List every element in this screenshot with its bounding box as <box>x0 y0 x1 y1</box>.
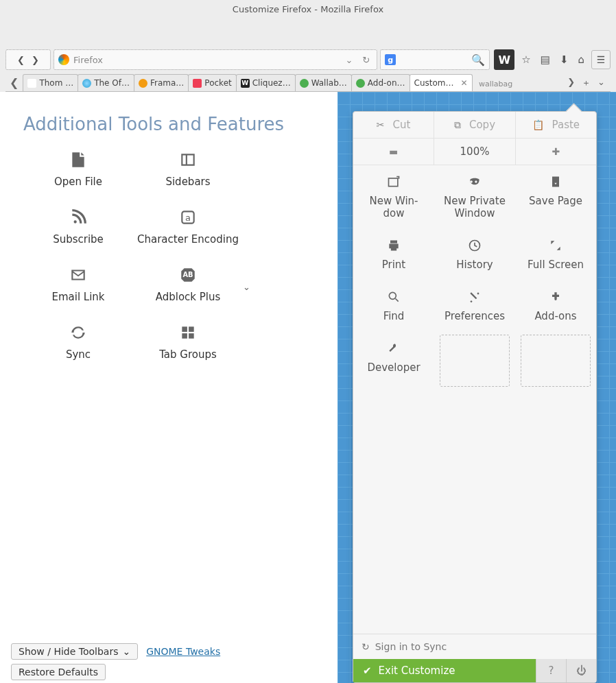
tab-scroll-left-icon[interactable]: ❮ <box>5 76 23 89</box>
sign-in-sync[interactable]: ↻Sign in to Sync <box>353 634 596 659</box>
url-dropdown-icon[interactable]: ⌄ <box>342 55 355 65</box>
tool-sidebars[interactable]: Sidebars <box>133 151 243 188</box>
tab-frama[interactable]: Frama… <box>134 74 189 91</box>
panel-print[interactable]: Print <box>353 229 434 280</box>
empty-slot[interactable] <box>440 335 510 387</box>
wallabag-overlay-label: wallabag <box>479 80 512 88</box>
svg-rect-5 <box>189 326 194 332</box>
forward-icon[interactable]: ❯ <box>32 55 39 65</box>
panel-developer[interactable]: Developer <box>353 332 434 390</box>
tool-adblock-plus[interactable]: ABAdblock Plus <box>133 266 243 303</box>
tool-char-encoding[interactable]: aCharacter Encoding <box>133 208 243 245</box>
tab-wallabag[interactable]: Wallab… <box>295 74 352 91</box>
developer-icon <box>387 342 401 359</box>
tab-official[interactable]: The Of… <box>78 74 134 91</box>
palette-heading: Additional Tools and Features <box>23 114 327 134</box>
hamburger-menu-icon[interactable]: ☰ <box>591 50 611 69</box>
back-icon[interactable]: ❮ <box>17 55 25 65</box>
star-icon[interactable]: ☆ <box>521 53 530 66</box>
window-titlebar: Customize Firefox - Mozilla Firefox <box>0 0 616 19</box>
cut-icon: ✂ <box>377 119 385 130</box>
zoom-in-button[interactable]: ✚ <box>516 139 596 165</box>
restore-defaults-button[interactable]: Restore Defaults <box>11 664 106 680</box>
check-icon: ✔ <box>363 664 372 677</box>
minus-icon: ▬ <box>389 146 398 157</box>
print-icon <box>387 239 401 256</box>
url-bar[interactable]: Firefox ⌄ ↻ <box>54 49 377 70</box>
copy-button[interactable]: ⧉Copy <box>434 112 515 138</box>
email-icon <box>23 266 133 285</box>
sidebars-icon <box>133 151 243 170</box>
reload-icon[interactable]: ↻ <box>359 55 372 65</box>
tab-scroll-right-icon[interactable]: ❯ <box>567 77 575 89</box>
tab-thom[interactable]: Thom … <box>23 74 78 91</box>
help-icon: ? <box>549 664 554 677</box>
tool-tab-groups[interactable]: Tab Groups <box>133 324 243 361</box>
addons-icon <box>549 290 562 307</box>
zoom-level[interactable]: 100% <box>434 139 515 165</box>
tab-addons[interactable]: Add-on… <box>351 74 410 91</box>
customize-palette: Additional Tools and Features Open File … <box>0 92 337 683</box>
close-icon[interactable]: ✕ <box>460 78 467 88</box>
search-box[interactable]: g 🔍 <box>380 49 490 70</box>
empty-slot[interactable] <box>521 335 591 387</box>
rss-icon <box>23 208 133 228</box>
svg-rect-4 <box>182 326 187 332</box>
tool-sync[interactable]: Sync <box>23 324 133 361</box>
open-file-icon <box>23 151 133 170</box>
panel-addons[interactable]: Add-ons <box>515 280 596 332</box>
sync-icon: ↻ <box>362 641 370 652</box>
menu-panel-drop-area: ✂Cut ⧉Copy 📋Paste ▬ 100% ✚ New Win- dow … <box>337 92 616 683</box>
exit-customize-button[interactable]: ✔Exit Customize <box>353 659 536 682</box>
tab-customize[interactable]: Custom…✕ <box>410 74 473 91</box>
adblock-icon: AB <box>133 266 243 285</box>
tab-groups-icon <box>133 324 243 343</box>
menu-panel: ✂Cut ⧉Copy 📋Paste ▬ 100% ✚ New Win- dow … <box>353 111 597 683</box>
tab-cliquez[interactable]: WCliquez… <box>236 74 296 91</box>
tool-subscribe[interactable]: Subscribe <box>23 208 133 245</box>
toolbar-row: ❮❯ Firefox ⌄ ↻ g 🔍 W ☆ ▤ ⬇ ⌂ ☰ <box>5 48 611 71</box>
zoom-out-button[interactable]: ▬ <box>353 139 434 165</box>
gnome-tweaks-link[interactable]: GNOME Tweaks <box>146 646 220 657</box>
list-icon[interactable]: ▤ <box>541 53 550 66</box>
svg-rect-7 <box>189 333 194 339</box>
chevron-down-icon: ⌄ <box>122 646 130 657</box>
home-icon[interactable]: ⌂ <box>578 53 584 66</box>
preferences-icon <box>468 290 482 307</box>
search-magnify-icon[interactable]: 🔍 <box>471 53 485 67</box>
find-icon <box>387 290 401 307</box>
sync-icon <box>23 324 133 343</box>
panel-private-window[interactable]: New Private Window <box>434 165 515 229</box>
tab-pocket[interactable]: Pocket <box>188 74 236 91</box>
quit-button[interactable]: ⏻ <box>566 659 596 682</box>
history-icon <box>468 239 482 256</box>
nav-buttons[interactable]: ❮❯ <box>5 49 51 70</box>
svg-text:AB: AB <box>183 271 193 278</box>
paste-button[interactable]: 📋Paste <box>516 112 596 138</box>
svg-text:a: a <box>185 213 191 223</box>
cut-button[interactable]: ✂Cut <box>353 112 434 138</box>
panel-preferences[interactable]: Preferences <box>434 280 515 332</box>
download-icon[interactable]: ⬇ <box>560 53 569 66</box>
panel-history[interactable]: History <box>434 229 515 280</box>
tool-email-link[interactable]: Email Link <box>23 266 133 303</box>
char-encoding-icon: a <box>133 208 243 228</box>
mask-icon <box>468 175 482 192</box>
tool-open-file[interactable]: Open File <box>23 151 133 188</box>
wallabag-icon[interactable]: W <box>494 49 514 70</box>
help-button[interactable]: ? <box>536 659 566 682</box>
power-icon: ⏻ <box>576 664 587 677</box>
new-tab-icon[interactable]: ＋ <box>582 77 591 89</box>
save-icon <box>549 175 562 192</box>
copy-icon: ⧉ <box>454 119 461 131</box>
show-hide-toolbars-button[interactable]: Show / Hide Toolbars⌄ <box>11 643 138 660</box>
panel-fullscreen[interactable]: Full Screen <box>515 229 596 280</box>
new-window-icon <box>387 175 401 192</box>
panel-save-page[interactable]: Save Page <box>515 165 596 229</box>
fullscreen-icon <box>549 239 562 256</box>
panel-find[interactable]: Find <box>353 280 434 332</box>
panel-new-window[interactable]: New Win- dow <box>353 165 434 229</box>
tabs-dropdown-icon[interactable]: ⌄ <box>597 77 605 89</box>
svg-rect-8 <box>389 178 398 187</box>
chevron-down-icon[interactable]: ⌄ <box>243 278 298 292</box>
